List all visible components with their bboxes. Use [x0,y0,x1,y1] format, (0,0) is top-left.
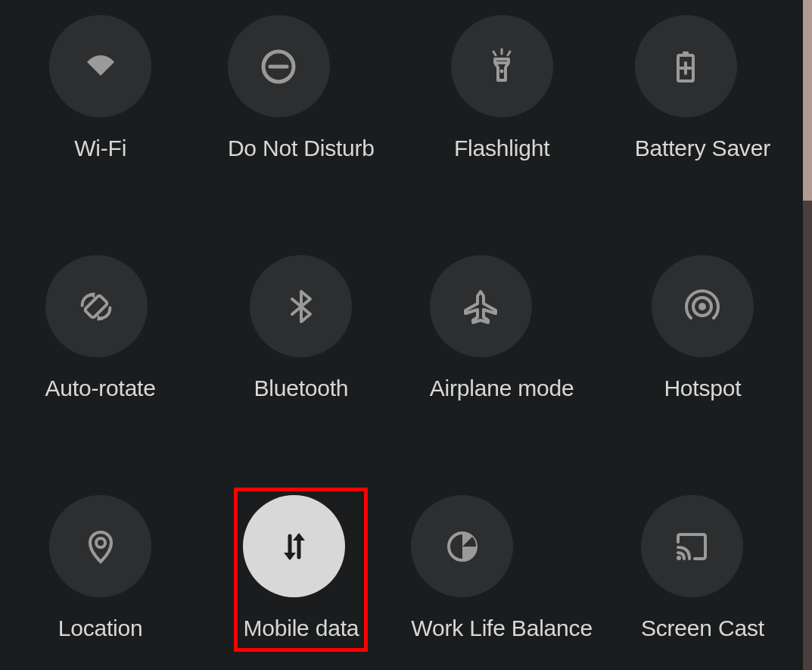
svg-point-16 [96,538,105,547]
tile-screen-cast-circle [641,495,743,597]
tile-screen-cast-label: Screen Cast [641,615,764,641]
svg-marker-18 [284,553,296,560]
tile-hotspot[interactable]: Hotspot [602,248,803,412]
tile-hotspot-label: Hotspot [652,376,754,401]
battery-icon [664,45,707,88]
flashlight-icon [481,45,523,88]
tile-battery-saver-label: Battery Saver [635,136,770,161]
mobiledata-icon [273,525,316,568]
tile-auto-rotate-label: Auto-rotate [45,376,156,401]
tile-wifi-label: Wi-Fi [49,136,151,161]
tile-auto-rotate[interactable]: Auto-rotate [0,248,201,412]
airplane-icon [459,285,502,328]
location-icon [79,525,122,568]
tile-flashlight-label: Flashlight [451,136,553,161]
svg-point-22 [677,556,681,560]
svg-point-14 [698,303,706,310]
tile-dnd-circle [228,15,330,117]
tile-auto-rotate-circle [45,255,148,357]
wifi-icon [79,45,122,88]
svg-marker-20 [293,533,305,541]
svg-line-5 [493,51,496,55]
tile-hotspot-circle [652,255,754,357]
svg-point-3 [500,69,504,73]
tile-bluetooth[interactable]: Bluetooth [201,248,401,412]
tile-flashlight-circle [451,15,553,117]
tile-bluetooth-label: Bluetooth [250,376,352,401]
scroll-edge-light [803,0,812,201]
tile-dnd-label: Do Not Disturb [228,136,375,161]
tile-location-label: Location [49,615,151,641]
svg-line-6 [508,51,510,55]
tile-mobile-data-label: Mobile data [243,615,359,641]
tile-mobile-data[interactable]: Mobile data [201,488,401,652]
svg-rect-8 [683,51,689,55]
tile-location-circle [49,495,151,597]
tile-wifi-circle [49,15,151,117]
tile-work-life-balance-label: Work Life Balance [411,615,593,641]
tile-flashlight[interactable]: Flashlight [402,8,602,172]
tile-airplane-mode-label: Airplane mode [430,376,574,401]
cast-icon [670,525,713,568]
quick-settings-panel: Wi-Fi Do Not Disturb [0,0,812,670]
tile-wifi[interactable]: Wi-Fi [0,8,201,172]
tile-screen-cast[interactable]: Screen Cast [602,488,803,652]
tile-bluetooth-circle [250,255,352,357]
tile-work-life-balance[interactable]: Work Life Balance [402,488,602,652]
bluetooth-icon [280,285,322,328]
tile-airplane-mode[interactable]: Airplane mode [402,248,602,412]
tile-mobile-data-circle [243,495,345,597]
rotate-icon [75,285,117,328]
tile-battery-saver-circle [635,15,737,117]
tile-work-life-balance-circle [411,495,513,597]
quick-settings-grid: Wi-Fi Do Not Disturb [0,8,803,652]
tile-battery-saver[interactable]: Battery Saver [602,8,803,172]
svg-rect-11 [84,294,107,318]
worklife-icon [441,525,484,568]
hotspot-icon [681,285,723,328]
tile-dnd[interactable]: Do Not Disturb [201,8,401,172]
tile-airplane-mode-circle [430,255,532,357]
dnd-icon [257,45,300,88]
tile-location[interactable]: Location [0,488,201,652]
